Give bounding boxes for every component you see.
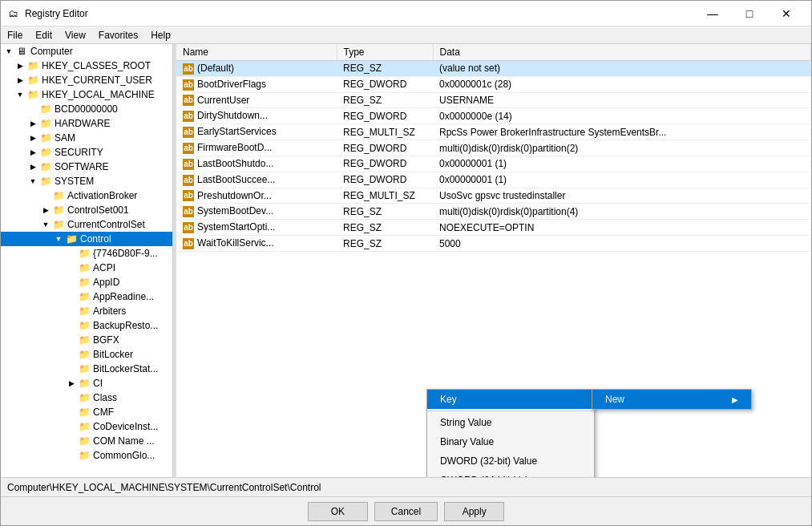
expand-icon: ▶ (65, 377, 78, 390)
tree-item-appreadiness[interactable]: 📁 AppReadine... (1, 289, 172, 304)
menu-favorites[interactable]: Favorites (92, 28, 144, 42)
tree-item-local-machine[interactable]: ▼ 📁 HKEY_LOCAL_MACHINE (1, 87, 172, 102)
table-row[interactable]: abSystemStartOpti...REG_SZNOEXECUTE=OPTI… (176, 220, 811, 236)
submenu-new: New ▶ (592, 389, 752, 410)
tree-label: Class (93, 392, 117, 403)
table-row[interactable]: ab(Default)REG_SZ(value not set) (176, 61, 811, 77)
table-row[interactable]: abBootDriverFlagsREG_DWORD0x0000001c (28… (176, 76, 811, 92)
reg-name-cell: abFirmwareBootD... (176, 140, 337, 156)
tree-item-hardware[interactable]: ▶ 📁 HARDWARE (1, 116, 172, 131)
reg-type-cell: REG_DWORD (337, 76, 433, 92)
tree-item-comname[interactable]: 📁 COM Name ... (1, 434, 172, 448)
status-bar: Computer\HKEY_LOCAL_MACHINE\SYSTEM\Curre… (1, 477, 811, 496)
reg-data-cell: multi(0)disk(0)rdisk(0)partition(4) (433, 204, 811, 220)
close-button[interactable]: ✕ (768, 1, 805, 26)
cancel-button[interactable]: Cancel (374, 502, 438, 521)
expand-icon: ▶ (26, 146, 39, 159)
expand-icon (65, 319, 78, 332)
tree-label: CMF (93, 407, 114, 418)
reg-data-cell: 0x00000001 (1) (433, 172, 811, 188)
table-row[interactable]: abCurrentUserREG_SZUSERNAME (176, 92, 811, 108)
tree-item-backuprestore[interactable]: 📁 BackupResto... (1, 318, 172, 333)
folder-icon: 📁 (78, 435, 91, 447)
tree-item-class[interactable]: 📁 Class (1, 390, 172, 405)
tree-item-7746[interactable]: 📁 {7746D80F-9... (1, 246, 172, 261)
table-row[interactable]: abDirtyShutdown...REG_DWORD0x0000000e (1… (176, 108, 811, 124)
tree-item-bcd[interactable]: 📁 BCD00000000 (1, 102, 172, 116)
expand-icon (39, 189, 52, 202)
reg-type-cell: REG_DWORD (337, 156, 433, 172)
tree-label: HARDWARE (55, 118, 111, 129)
tree-root-computer[interactable]: ▼ 🖥 Computer (1, 44, 172, 59)
maximize-button[interactable]: □ (731, 1, 768, 26)
menu-edit[interactable]: Edit (29, 28, 59, 42)
tree-item-ci[interactable]: ▶ 📁 CI (1, 376, 172, 390)
tree-label: HKEY_CLASSES_ROOT (42, 60, 151, 71)
table-row[interactable]: abEarlyStartServicesREG_MULTI_SZRpcSs Po… (176, 124, 811, 140)
expand-icon: ▼ (14, 88, 26, 101)
tree-item-cmf[interactable]: 📁 CMF (1, 405, 172, 419)
ok-button[interactable]: OK (308, 502, 368, 521)
tree-item-codeviceinstaller[interactable]: 📁 CoDeviceInst... (1, 419, 172, 434)
table-row[interactable]: abPreshutdownOr...REG_MULTI_SZUsoSvc gps… (176, 188, 811, 204)
tree-item-current-user[interactable]: ▶ 📁 HKEY_CURRENT_USER (1, 73, 172, 87)
tree-item-bgfx[interactable]: 📁 BGFX (1, 333, 172, 347)
folder-icon: 📁 (39, 175, 52, 188)
tree-item-sam[interactable]: ▶ 📁 SAM (1, 131, 172, 145)
folder-icon: 📁 (78, 406, 91, 419)
table-row[interactable]: abLastBootShutdo...REG_DWORD0x00000001 (… (176, 156, 811, 172)
col-name: Name (176, 44, 337, 61)
tree-item-controlset001[interactable]: ▶ 📁 ControlSet001 (1, 203, 172, 217)
tree-item-classes-root[interactable]: ▶ 📁 HKEY_CLASSES_ROOT (1, 59, 172, 73)
tree-label: SAM (55, 132, 75, 144)
expand-icon (65, 305, 78, 318)
table-row[interactable]: abLastBootSuccee...REG_DWORD0x00000001 (… (176, 172, 811, 188)
tree-pane[interactable]: ▼ 🖥 Computer ▶ 📁 HKEY_CLASSES_ROOT ▶ 📁 H… (1, 44, 173, 477)
tree-item-acpi[interactable]: 📁 ACPI (1, 261, 172, 275)
tree-label: ControlSet001 (67, 204, 129, 216)
tree-item-bitlocker[interactable]: 📁 BitLocker (1, 347, 172, 362)
table-row[interactable]: abWaitToKillServic...REG_SZ5000 (176, 236, 811, 252)
tree-item-security[interactable]: ▶ 📁 SECURITY (1, 145, 172, 160)
reg-type-icon: ab (183, 63, 194, 75)
col-data: Data (433, 44, 811, 61)
folder-icon: 📁 (39, 132, 52, 144)
tree-label: CoDeviceInst... (93, 421, 158, 432)
reg-type-icon: ab (183, 127, 194, 138)
context-menu-binary-value[interactable]: Binary Value (427, 432, 594, 451)
reg-data-cell: RpcSs Power BrokerInfrastructure SystemE… (433, 124, 811, 140)
tree-label: AppID (93, 277, 119, 288)
table-row[interactable]: abSystemBootDev...REG_SZmulti(0)disk(0)r… (176, 204, 811, 220)
apply-button[interactable]: Apply (444, 502, 504, 521)
context-menu-string-value[interactable]: String Value (427, 413, 594, 432)
minimize-button[interactable]: — (694, 1, 731, 26)
tree-item-control[interactable]: ▼ 📁 Control (1, 232, 172, 246)
expand-icon: ▶ (26, 160, 39, 173)
tree-item-commonglobalsettings[interactable]: 📁 CommonGlo... (1, 448, 172, 463)
tree-item-activationbroker[interactable]: 📁 ActivationBroker (1, 188, 172, 203)
folder-icon: 📁 (78, 377, 91, 390)
table-row[interactable]: abFirmwareBootD...REG_DWORDmulti(0)disk(… (176, 140, 811, 156)
tree-item-software[interactable]: ▶ 📁 SOFTWARE (1, 160, 172, 174)
folder-icon: 📁 (78, 276, 91, 289)
tree-item-system[interactable]: ▼ 📁 SYSTEM (1, 174, 172, 188)
tree-item-bitlockerstatus[interactable]: 📁 BitLockerStat... (1, 362, 172, 376)
menu-file[interactable]: File (1, 28, 29, 42)
reg-data-cell: 0x0000001c (28) (433, 76, 811, 92)
new-header[interactable]: New ▶ (592, 390, 751, 409)
separator (427, 411, 594, 411)
registry-editor-window: 🗂 Registry Editor — □ ✕ File Edit View F… (0, 0, 812, 526)
context-menu-key[interactable]: Key (427, 390, 594, 409)
folder-icon: 📁 (39, 160, 52, 173)
tree-item-arbiters[interactable]: 📁 Arbiters (1, 304, 172, 318)
tree-item-currentcontrolset[interactable]: ▼ 📁 CurrentControlSet (1, 217, 172, 232)
menu-help[interactable]: Help (144, 28, 177, 42)
expand-icon: ▼ (52, 233, 65, 245)
context-menu-dword-value[interactable]: DWORD (32-bit) Value (427, 451, 594, 471)
folder-icon: 📁 (78, 261, 91, 274)
reg-type-cell: REG_SZ (337, 220, 433, 236)
menu-view[interactable]: View (59, 28, 92, 42)
context-menu-qword-value[interactable]: QWORD (64-bit) Value (427, 471, 594, 477)
tree-item-appid[interactable]: 📁 AppID (1, 275, 172, 289)
folder-icon: 📁 (26, 88, 39, 101)
